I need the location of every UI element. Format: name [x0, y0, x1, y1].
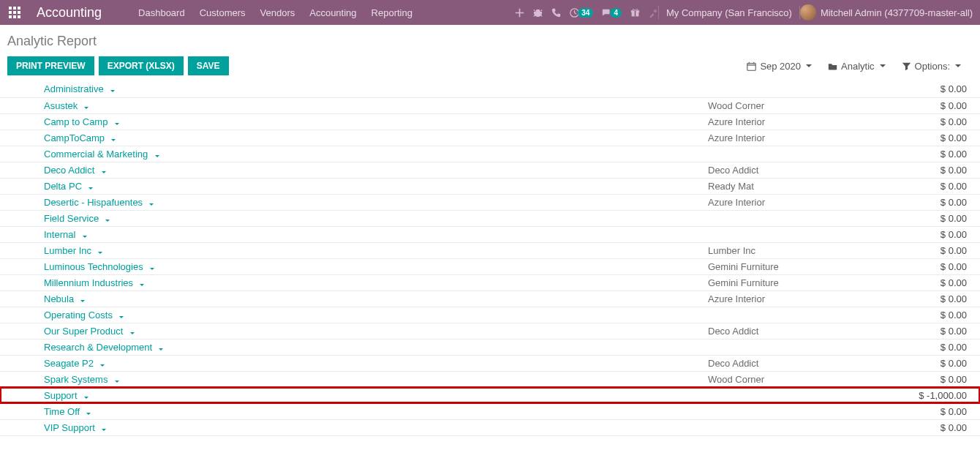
caret-down-icon[interactable] [105, 220, 110, 222]
app-brand[interactable]: Accounting [37, 5, 102, 20]
caret-down-icon[interactable] [102, 429, 106, 431]
account-link[interactable]: Operating Costs [44, 310, 113, 321]
table-row: Support $ -1,000.00 [0, 387, 980, 403]
account-link[interactable]: VIP Support [44, 422, 95, 433]
caret-down-icon[interactable] [115, 123, 119, 125]
amount-cell: $ 0.00 [907, 226, 980, 242]
caret-down-icon [955, 64, 961, 67]
account-link[interactable]: Research & Development [44, 342, 152, 353]
table-row: Research & Development $ 0.00 [0, 339, 980, 355]
caret-down-icon[interactable] [140, 284, 144, 286]
account-link[interactable]: Support [44, 390, 78, 401]
partner-cell: Wood Corner [702, 97, 907, 113]
caret-down-icon[interactable] [110, 90, 115, 92]
print-preview-button[interactable]: PRINT PREVIEW [7, 56, 94, 75]
amount-cell: $ 0.00 [907, 146, 980, 162]
analytic-filter[interactable]: Analytic [828, 61, 886, 72]
gift-icon[interactable] [630, 8, 640, 18]
table-row: Administrative $ 0.00 [0, 81, 980, 97]
partner-cell: Lumber Inc [702, 242, 907, 258]
caret-down-icon[interactable] [83, 236, 87, 238]
caret-down-icon[interactable] [84, 397, 88, 399]
export-xlsx-button[interactable]: EXPORT (XLSX) [99, 56, 184, 75]
amount-cell: $ 0.00 [907, 323, 980, 339]
caret-down-icon[interactable] [159, 348, 163, 351]
account-link[interactable]: Deco Addict [44, 165, 94, 176]
svg-rect-3 [635, 10, 636, 16]
caret-down-icon[interactable] [119, 316, 124, 318]
amount-cell: $ 0.00 [907, 371, 980, 387]
chat-badge: 4 [610, 8, 622, 18]
caret-down-icon[interactable] [115, 381, 119, 383]
caret-down-icon[interactable] [130, 332, 135, 334]
caret-down-icon[interactable] [80, 300, 85, 302]
account-link[interactable]: Millennium Industries [44, 277, 133, 288]
account-link[interactable]: Seagate P2 [44, 358, 94, 369]
caret-down-icon[interactable] [111, 139, 116, 141]
caret-down-icon[interactable] [84, 107, 88, 109]
activity-icon[interactable]: 34 [570, 8, 593, 18]
caret-down-icon[interactable] [155, 155, 159, 157]
menu-item-reporting[interactable]: Reporting [364, 0, 420, 25]
account-link[interactable]: Luminous Technologies [44, 261, 143, 272]
amount-cell: $ 0.00 [907, 307, 980, 323]
amount-cell: $ 0.00 [907, 274, 980, 291]
caret-down-icon[interactable] [98, 252, 102, 254]
table-row: Commercial & Marketing $ 0.00 [0, 146, 980, 162]
account-link[interactable]: Nebula [44, 293, 74, 304]
account-link[interactable]: Camp to Camp [44, 116, 108, 127]
menu-item-dashboard[interactable]: Dashboard [131, 0, 192, 25]
date-filter[interactable]: Sep 2020 [747, 61, 812, 72]
save-button[interactable]: SAVE [188, 56, 229, 75]
amount-cell: $ 0.00 [907, 113, 980, 130]
caret-down-icon[interactable] [86, 413, 91, 415]
activity-badge: 34 [578, 8, 593, 18]
navbar: Accounting DashboardCustomersVendorsAcco… [0, 0, 980, 25]
amount-cell: $ 0.00 [907, 210, 980, 226]
account-link[interactable]: Internal [44, 229, 75, 240]
user-menu[interactable]: Mitchell Admin (4377709-master-all) [800, 4, 973, 20]
menu-item-customers[interactable]: Customers [192, 0, 253, 25]
control-panel: Analytic Report PRINT PREVIEW EXPORT (XL… [0, 25, 980, 75]
partner-cell [702, 226, 907, 242]
caret-down-icon[interactable] [150, 268, 154, 270]
menu-item-accounting[interactable]: Accounting [302, 0, 363, 25]
partner-cell: Ready Mat [702, 178, 907, 194]
apps-menu-icon[interactable] [0, 0, 29, 25]
account-link[interactable]: Field Service [44, 213, 99, 224]
chat-icon[interactable]: 4 [602, 8, 622, 18]
account-link[interactable]: Time Off [44, 406, 80, 417]
account-link[interactable]: CampToCamp [44, 132, 105, 143]
account-link[interactable]: Commercial & Marketing [44, 149, 148, 160]
report-table: Administrative $ 0.00Asustek Wood Corner… [0, 81, 980, 436]
partner-cell: Gemini Furniture [702, 258, 907, 274]
account-link[interactable]: Our Super Product [44, 326, 123, 337]
account-link[interactable]: Delta PC [44, 181, 82, 192]
phone-icon[interactable] [551, 8, 561, 18]
account-link[interactable]: Lumber Inc [44, 245, 91, 256]
caret-down-icon[interactable] [88, 187, 93, 190]
options-filter[interactable]: Options: [902, 61, 961, 72]
partner-cell: Gemini Furniture [702, 274, 907, 291]
amount-cell: $ 0.00 [907, 162, 980, 178]
tools-icon[interactable] [649, 8, 658, 18]
company-switcher[interactable]: My Company (San Francisco) [666, 7, 792, 18]
amount-cell: $ 0.00 [907, 403, 980, 419]
account-link[interactable]: Administrative [44, 83, 104, 94]
menu-item-vendors[interactable]: Vendors [253, 0, 303, 25]
partner-cell [702, 339, 907, 355]
partner-cell [702, 146, 907, 162]
amount-cell: $ 0.00 [907, 130, 980, 146]
account-link[interactable]: Spark Systems [44, 374, 108, 385]
caret-down-icon [880, 64, 886, 67]
account-link[interactable]: Desertic - Hispafuentes [44, 197, 143, 208]
bug-icon[interactable] [533, 8, 543, 18]
date-filter-label: Sep 2020 [760, 61, 801, 72]
caret-down-icon[interactable] [100, 364, 105, 367]
plus-icon[interactable] [515, 8, 524, 18]
amount-cell: $ -1,000.00 [907, 387, 980, 403]
partner-cell [702, 387, 907, 403]
caret-down-icon[interactable] [149, 203, 154, 206]
caret-down-icon[interactable] [102, 171, 106, 173]
account-link[interactable]: Asustek [44, 100, 78, 111]
